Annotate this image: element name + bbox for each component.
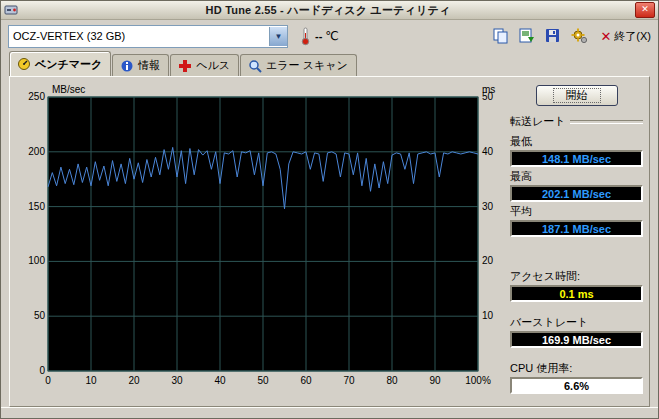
max-value: 202.1 MB/sec	[510, 185, 643, 202]
svg-text:80: 80	[386, 375, 398, 386]
min-label: 最低	[510, 134, 643, 149]
tab-health-label: ヘルス	[196, 58, 230, 73]
svg-text:10: 10	[85, 375, 97, 386]
save-icon[interactable]	[544, 28, 562, 44]
health-cross-icon	[178, 59, 192, 73]
benchmark-chart: 0102030405060708090100%25020015010050050…	[14, 81, 506, 402]
burst-rate-value: 169.9 MB/sec	[510, 331, 643, 348]
start-button[interactable]: 開始	[536, 85, 618, 106]
info-icon	[120, 59, 134, 73]
tab-bar: ベンチマーク 情報 ヘルス エラー スキャン	[1, 52, 658, 76]
svg-text:20: 20	[128, 375, 140, 386]
tab-benchmark[interactable]: ベンチマーク	[9, 51, 111, 76]
avg-value: 187.1 MB/sec	[510, 220, 643, 237]
access-time-value: 0.1 ms	[510, 285, 643, 302]
svg-text:100: 100	[28, 255, 45, 266]
toolbar-icons: ✕ 終了(X)	[492, 28, 651, 44]
tab-info[interactable]: 情報	[112, 54, 169, 76]
magnifier-icon	[248, 59, 262, 73]
tab-health[interactable]: ヘルス	[170, 54, 239, 76]
status-bar	[1, 407, 658, 419]
svg-text:30: 30	[482, 201, 494, 212]
titlebar: HD Tune 2.55 - ハードディスク ユーティリティ ✕	[1, 1, 658, 20]
copy-image-icon[interactable]	[518, 28, 536, 44]
toolbar: OCZ-VERTEX (32 GB) ▼ -- ℃ ✕ 終了(X)	[1, 20, 658, 52]
svg-text:ms: ms	[482, 84, 495, 95]
drive-select-value: OCZ-VERTEX (32 GB)	[9, 30, 269, 42]
avg-label: 平均	[510, 204, 643, 219]
svg-text:40: 40	[214, 375, 226, 386]
tab-error-scan[interactable]: エラー スキャン	[240, 54, 357, 76]
access-time-label: アクセス時間:	[510, 269, 643, 284]
svg-text:MB/sec: MB/sec	[52, 84, 85, 95]
tab-error-scan-label: エラー スキャン	[266, 58, 348, 73]
hdtune-window: HD Tune 2.55 - ハードディスク ユーティリティ ✕ OCZ-VER…	[0, 0, 659, 419]
app-icon	[4, 3, 18, 17]
thermometer-icon	[300, 26, 311, 46]
temperature-unit: ℃	[325, 29, 338, 43]
cpu-usage-value: 6.6%	[510, 377, 643, 394]
svg-text:40: 40	[482, 146, 494, 157]
group-divider	[570, 120, 643, 124]
chevron-down-icon[interactable]: ▼	[269, 27, 287, 46]
svg-text:60: 60	[300, 375, 312, 386]
exit-button[interactable]: ✕ 終了(X)	[600, 29, 651, 44]
svg-text:50: 50	[34, 310, 46, 321]
tab-info-label: 情報	[138, 58, 160, 73]
start-button-label: 開始	[553, 88, 601, 103]
svg-text:200: 200	[28, 146, 45, 157]
svg-text:0: 0	[39, 365, 45, 376]
copy-icon[interactable]	[492, 28, 510, 44]
max-label: 最高	[510, 169, 643, 184]
benchmark-gauge-icon	[17, 57, 31, 71]
window-title: HD Tune 2.55 - ハードディスク ユーティリティ	[21, 3, 635, 18]
benchmark-panel: 0102030405060708090100%25020015010050050…	[9, 76, 650, 407]
svg-text:10: 10	[482, 310, 494, 321]
svg-text:150: 150	[28, 201, 45, 212]
burst-rate-label: バーストレート	[510, 315, 643, 330]
close-icon[interactable]: ✕	[635, 2, 655, 18]
svg-text:100%: 100%	[465, 375, 491, 386]
svg-text:20: 20	[482, 255, 494, 266]
svg-text:250: 250	[28, 91, 45, 102]
cpu-usage-label: CPU 使用率:	[510, 361, 643, 376]
drive-select[interactable]: OCZ-VERTEX (32 GB) ▼	[8, 25, 288, 48]
chart-svg: 0102030405060708090100%25020015010050050…	[14, 81, 506, 389]
svg-text:0: 0	[45, 375, 51, 386]
min-value: 148.1 MB/sec	[510, 150, 643, 167]
svg-text:70: 70	[343, 375, 355, 386]
exit-label: 終了(X)	[614, 29, 651, 44]
transfer-rate-group-label: 転送レート	[510, 114, 570, 129]
exit-x-icon: ✕	[600, 29, 611, 44]
results-panel: 開始 転送レート 最低 148.1 MB/sec 最高 202.1 MB/sec…	[506, 81, 645, 402]
transfer-rate-group: 転送レート	[510, 114, 643, 129]
svg-text:90: 90	[429, 375, 441, 386]
svg-text:30: 30	[171, 375, 183, 386]
options-gear-icon[interactable]	[570, 28, 588, 44]
temperature-value: --	[315, 30, 322, 42]
svg-text:50: 50	[257, 375, 269, 386]
tab-benchmark-label: ベンチマーク	[35, 57, 102, 72]
